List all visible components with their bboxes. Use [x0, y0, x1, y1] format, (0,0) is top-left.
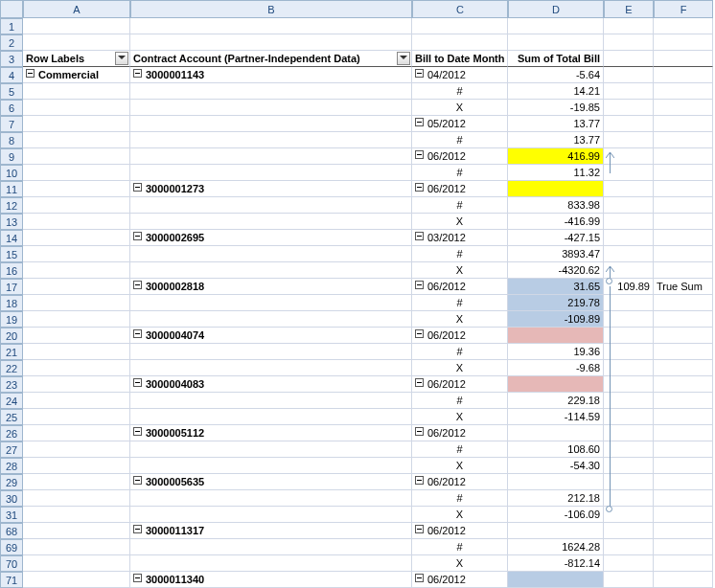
- row-header[interactable]: 2: [0, 34, 23, 51]
- cell[interactable]: [654, 67, 713, 83]
- cell[interactable]: [23, 539, 130, 555]
- cell[interactable]: [23, 360, 130, 376]
- col-header-D[interactable]: D: [508, 0, 604, 18]
- cell[interactable]: [23, 262, 130, 279]
- cell[interactable]: [130, 295, 412, 311]
- cell[interactable]: [130, 490, 412, 507]
- cell[interactable]: [23, 425, 130, 441]
- sum-total-value[interactable]: -812.14: [508, 555, 604, 572]
- cell[interactable]: [604, 197, 654, 214]
- bill-month[interactable]: 06/2012: [412, 474, 508, 490]
- bill-month[interactable]: 06/2012: [412, 572, 508, 588]
- row-header[interactable]: 12: [0, 197, 23, 214]
- bill-month[interactable]: 04/2012: [412, 67, 508, 83]
- collapse-account[interactable]: [133, 427, 142, 436]
- row-header[interactable]: 14: [0, 230, 23, 246]
- cell[interactable]: [604, 116, 654, 132]
- cell[interactable]: [130, 18, 412, 34]
- cell[interactable]: [23, 523, 130, 539]
- cell[interactable]: [23, 181, 130, 197]
- sum-total-value[interactable]: 416.99: [508, 148, 604, 165]
- cell[interactable]: [654, 523, 713, 539]
- cell[interactable]: [654, 425, 713, 441]
- sum-total-value[interactable]: 833.98: [508, 197, 604, 214]
- bill-detail[interactable]: #: [412, 344, 508, 360]
- cell[interactable]: [23, 246, 130, 262]
- cell[interactable]: [23, 132, 130, 148]
- sum-total-value[interactable]: [508, 572, 604, 588]
- col-header-E[interactable]: E: [604, 0, 654, 18]
- cell[interactable]: [604, 132, 654, 148]
- bill-detail[interactable]: #: [412, 490, 508, 507]
- sum-total-value[interactable]: 1624.28: [508, 539, 604, 555]
- collapse-month[interactable]: [415, 118, 424, 126]
- collapse-month[interactable]: [415, 574, 424, 582]
- sum-total-value[interactable]: 31.65: [508, 279, 604, 295]
- contract-account[interactable]: 3000001273: [130, 181, 412, 197]
- sum-total-value[interactable]: [508, 376, 604, 393]
- row-header[interactable]: 5: [0, 83, 23, 100]
- cell[interactable]: [23, 279, 130, 295]
- bill-detail[interactable]: X: [412, 507, 508, 523]
- row-header[interactable]: 30: [0, 490, 23, 507]
- cell[interactable]: [604, 344, 654, 360]
- cell[interactable]: [654, 246, 713, 262]
- row-header[interactable]: 9: [0, 148, 23, 165]
- cell[interactable]: [23, 458, 130, 474]
- cell[interactable]: [130, 393, 412, 409]
- cell[interactable]: [604, 360, 654, 376]
- collapse-account[interactable]: [133, 476, 142, 485]
- cell[interactable]: [23, 214, 130, 230]
- collapse-account[interactable]: [133, 232, 142, 240]
- cell[interactable]: [130, 165, 412, 181]
- cell[interactable]: [130, 360, 412, 376]
- cell[interactable]: [604, 230, 654, 246]
- cell[interactable]: [654, 132, 713, 148]
- row-header[interactable]: 18: [0, 295, 23, 311]
- cell[interactable]: [130, 344, 412, 360]
- bill-detail[interactable]: X: [412, 214, 508, 230]
- bill-month[interactable]: 06/2012: [412, 279, 508, 295]
- cell[interactable]: [654, 409, 713, 425]
- collapse-month[interactable]: [415, 378, 424, 387]
- cell[interactable]: [654, 165, 713, 181]
- row-header[interactable]: 28: [0, 458, 23, 474]
- collapse-account[interactable]: [133, 378, 142, 387]
- cell[interactable]: [130, 555, 412, 572]
- cell[interactable]: [604, 539, 654, 555]
- bill-detail[interactable]: [412, 34, 508, 51]
- cell[interactable]: [604, 328, 654, 344]
- cell[interactable]: [654, 116, 713, 132]
- cell[interactable]: [654, 148, 713, 165]
- cell[interactable]: [604, 409, 654, 425]
- cell[interactable]: [130, 311, 412, 328]
- cell[interactable]: [130, 214, 412, 230]
- sum-total-value[interactable]: 219.78: [508, 295, 604, 311]
- bill-month[interactable]: 06/2012: [412, 376, 508, 393]
- cell[interactable]: [654, 507, 713, 523]
- cell[interactable]: [604, 311, 654, 328]
- cell[interactable]: [130, 116, 412, 132]
- cell[interactable]: [654, 181, 713, 197]
- contract-account[interactable]: 3000002818: [130, 279, 412, 295]
- cell[interactable]: [23, 148, 130, 165]
- sum-total-value[interactable]: 108.60: [508, 441, 604, 458]
- sum-total-value[interactable]: 11.32: [508, 165, 604, 181]
- cell[interactable]: [604, 34, 654, 51]
- contract-account[interactable]: 3000001143: [130, 67, 412, 83]
- bill-detail[interactable]: X: [412, 311, 508, 328]
- cell[interactable]: [23, 100, 130, 116]
- cell[interactable]: [130, 507, 412, 523]
- contract-account[interactable]: 3000004083: [130, 376, 412, 393]
- cell[interactable]: [604, 441, 654, 458]
- col-header-A[interactable]: A: [23, 0, 130, 18]
- cell[interactable]: [604, 18, 654, 34]
- collapse-account[interactable]: [133, 281, 142, 289]
- cell[interactable]: [23, 311, 130, 328]
- sum-total-value[interactable]: 13.77: [508, 116, 604, 132]
- row-header[interactable]: 27: [0, 441, 23, 458]
- cell[interactable]: [23, 441, 130, 458]
- cell[interactable]: [654, 490, 713, 507]
- bill-detail[interactable]: X: [412, 262, 508, 279]
- sum-total-value[interactable]: -5.64: [508, 67, 604, 83]
